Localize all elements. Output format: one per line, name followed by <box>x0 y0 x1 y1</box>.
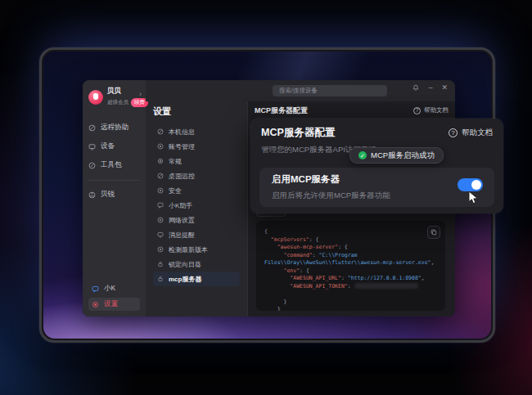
toast-text: MCP服务启动成功 <box>371 150 435 161</box>
settings-menu-item-account[interactable]: 账号管理 <box>153 139 240 154</box>
settings-menu-item-security[interactable]: 安全 <box>153 183 240 198</box>
settings-menu-item-assistant[interactable]: 小K助手 <box>153 198 240 213</box>
local-info-icon <box>157 128 164 135</box>
avatar <box>88 90 103 105</box>
settings-menu: 设置 本机信息账号管理常规桌面远控安全小K助手网络设置消息提醒检测最新版本锁定向… <box>146 101 248 316</box>
settings-menu-item-remote-desktop[interactable]: 桌面远控 <box>153 168 240 183</box>
sidebar-item-xiaok-chat[interactable]: 小K <box>88 282 140 295</box>
minimize-button[interactable]: – <box>428 84 432 91</box>
settings-menu-item-local-info[interactable]: 本机信息 <box>153 124 240 139</box>
redacted-token <box>354 283 418 289</box>
divider <box>88 180 140 181</box>
settings-menu-title: 设置 <box>153 105 240 118</box>
oray-icon <box>88 191 96 199</box>
titlebar: 搜索/连接设备 – ✕ <box>146 80 455 101</box>
user-name: 贝贝 <box>107 87 140 97</box>
mcp-config-popup: MCP服务器配置 ? 帮助文档 管理您的MCP服务器API访问凭证 ✓ MCP服… <box>250 119 503 213</box>
sidebar-item-oray[interactable]: 贝锐 <box>88 189 140 200</box>
sidebar-bottom: 小K设置 <box>88 282 140 311</box>
sidebar: 贝贝 超级会员 续费 › 远程协助设备工具包贝锐 小K设置 <box>83 80 146 316</box>
update-icon <box>157 246 164 253</box>
enable-mcp-title: 启用MCP服务器 <box>272 173 482 186</box>
page-title: MCP服务器配置 <box>255 105 308 116</box>
settings-menu-item-lock-app[interactable]: 锁定向日葵 <box>153 257 240 272</box>
assistant-icon <box>157 202 164 209</box>
remote-assist-icon <box>88 124 96 132</box>
settings-menu-item-update[interactable]: 检测最新版本 <box>153 242 240 257</box>
settings-menu-item-mcp-server[interactable]: mcp服务器 <box>153 272 240 286</box>
help-doc-link[interactable]: ? 帮助文档 <box>413 106 449 114</box>
sidebar-item-remote-assist[interactable]: 远程协助 <box>88 122 140 133</box>
close-button[interactable]: ✕ <box>441 84 448 91</box>
sidebar-item-devices[interactable]: 设备 <box>88 141 140 152</box>
devices-icon <box>88 143 96 150</box>
code-lines: { "mcpServers": { "awesun-mcp-server": {… <box>264 228 437 311</box>
mouse-cursor <box>468 191 479 208</box>
copy-button[interactable] <box>427 226 440 239</box>
question-circle-icon: ? <box>413 107 421 114</box>
security-icon <box>157 187 164 194</box>
membership-tier: 超级会员 <box>107 99 128 106</box>
xiaok-chat-icon <box>92 285 99 293</box>
toolkit-icon <box>88 162 96 169</box>
sidebar-nav: 远程协助设备工具包贝锐 <box>88 122 140 208</box>
enable-mcp-desc: 启用后将允许使用MCP服务器功能 <box>272 191 482 201</box>
general-icon <box>157 158 164 164</box>
desktop-background: 贝贝 超级会员 续费 › 远程协助设备工具包贝锐 小K设置 搜索/连接设备 <box>0 0 532 395</box>
settings-menu-item-network[interactable]: 网络设置 <box>153 213 240 227</box>
popup-help-doc-link[interactable]: ? 帮助文档 <box>449 128 493 138</box>
settings-menu-item-general[interactable]: 常规 <box>153 154 240 168</box>
settings-menu-item-message[interactable]: 消息提醒 <box>153 227 240 242</box>
remote-desktop-icon <box>157 173 164 179</box>
lock-app-icon <box>157 261 164 267</box>
copy-icon <box>431 229 437 236</box>
enable-mcp-panel: 启用MCP服务器 启用后将允许使用MCP服务器功能 <box>259 168 494 207</box>
settings-gear-icon <box>92 301 99 308</box>
check-circle-icon: ✓ <box>358 151 367 159</box>
mcp-server-icon <box>157 276 164 282</box>
sidebar-item-settings-gear[interactable]: 设置 <box>88 298 140 311</box>
popup-title: MCP服务器配置 <box>261 126 335 140</box>
sidebar-item-toolkit[interactable]: 工具包 <box>88 159 140 171</box>
success-toast: ✓ MCP服务启动成功 <box>349 147 444 164</box>
account-icon <box>157 143 164 150</box>
network-icon <box>157 217 164 223</box>
message-icon <box>157 231 164 238</box>
notification-bell-icon[interactable] <box>413 84 419 91</box>
device-frame: 贝贝 超级会员 续费 › 远程协助设备工具包贝锐 小K设置 搜索/连接设备 <box>39 47 495 343</box>
chevron-right-icon: › <box>139 90 142 98</box>
mcp-server-toggle[interactable] <box>458 178 483 191</box>
settings-menu-list: 本机信息账号管理常规桌面远控安全小K助手网络设置消息提醒检测最新版本锁定向日葵m… <box>153 124 240 286</box>
mcp-config-code-block: { "mcpServers": { "awesun-mcp-server": {… <box>256 221 445 311</box>
question-circle-icon: ? <box>449 128 458 137</box>
search-input[interactable]: 搜索/连接设备 <box>273 85 387 97</box>
user-profile[interactable]: 贝贝 超级会员 续费 › <box>88 87 140 107</box>
